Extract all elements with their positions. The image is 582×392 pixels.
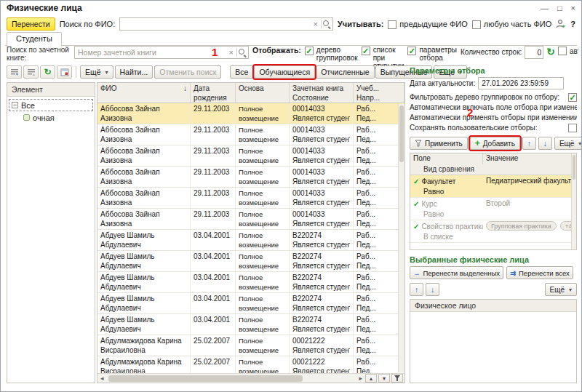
check-icon[interactable]: ✓ xyxy=(413,221,419,232)
mark-all-icon[interactable] xyxy=(7,65,22,79)
close-icon[interactable]: × xyxy=(571,4,575,12)
save-user-filters-checkbox[interactable] xyxy=(568,124,577,132)
scrollbar-thumb[interactable] xyxy=(399,105,404,162)
filter-chip[interactable]: Групповая практика xyxy=(486,221,557,231)
gradebook-search-field: × xyxy=(74,46,249,59)
auto-enable-label: Автоматически включать поле отбора при и… xyxy=(410,103,577,111)
clear-icon[interactable]: × xyxy=(227,48,236,57)
filter-all-button[interactable]: Все xyxy=(230,65,253,79)
table-row[interactable]: Аббосова Зайнап Азизовна 29.11.2003 Полн… xyxy=(97,145,404,167)
search-icon[interactable] xyxy=(322,20,331,28)
column-header-birthdate[interactable]: Дата рождения xyxy=(191,83,236,103)
table-row[interactable]: Аббосова Зайнап Азизовна 29.11.2003 Полн… xyxy=(97,124,404,145)
move-up-button[interactable]: ↑ xyxy=(522,137,536,150)
gradebook-search-input[interactable] xyxy=(78,48,227,57)
table-row[interactable]: Аббосова Зайнап Азизовна 29.11.2003 Полн… xyxy=(97,103,404,124)
column-header-gradebook[interactable]: Зачетная книга Состояние xyxy=(290,83,354,103)
set-period-icon[interactable] xyxy=(57,65,72,79)
table-row[interactable]: Абдуев Шамиль Абдулаевич 03.04.2001 Полн… xyxy=(97,272,404,293)
column-header-study[interactable]: Учеб... Напр... xyxy=(354,83,404,103)
check-icon[interactable]: ✓ xyxy=(413,176,419,187)
scroll-up-button[interactable]: ▴ xyxy=(365,374,377,383)
transfer-button[interactable]: Перенести xyxy=(7,17,55,31)
scrollbar-thumb[interactable] xyxy=(108,375,303,382)
transfer-selected-button[interactable]: → Перенести выделенных xyxy=(410,266,503,279)
filter-row-faculty[interactable]: ✓ Факультет Педиатрический факультет Рав… xyxy=(410,175,576,198)
unmark-all-icon[interactable] xyxy=(23,65,39,79)
vertical-scrollbar[interactable] xyxy=(398,104,404,372)
selected-persons-empty-body[interactable] xyxy=(410,312,576,383)
table-row[interactable]: Абдулмажидова Карина Висраиловна 25.02.2… xyxy=(97,335,404,356)
scrollbar-track[interactable] xyxy=(107,375,356,382)
filter-studying-button[interactable]: Обучающиеся xyxy=(254,65,315,79)
table-row[interactable]: Абдуев Шамиль Абдулаевич 03.04.2001 Полн… xyxy=(97,314,404,335)
cancel-search-button[interactable]: Отменить поиск xyxy=(154,65,221,79)
filter-more-button[interactable]: Ещё▾ xyxy=(554,137,582,150)
selected-more-button[interactable]: Ещё▾ xyxy=(545,283,577,296)
check-icon[interactable]: ✓ xyxy=(413,199,419,209)
actuality-input[interactable] xyxy=(482,79,562,87)
any-part-fio-checkbox[interactable]: любую часть ФИО xyxy=(472,20,552,29)
column-header-basis[interactable]: Основа xyxy=(236,83,290,103)
column-header-fio[interactable]: ФИО ↓ xyxy=(97,83,191,103)
scroll-down-button[interactable]: ▾ xyxy=(378,374,390,383)
table-row[interactable]: Абдуев Шамиль Абдулаевич 03.04.2001 Полн… xyxy=(97,230,404,251)
scrollbar-thumb[interactable] xyxy=(573,155,575,180)
table-row[interactable]: Абдуев Шамиль Абдулаевич 03.04.2001 Полн… xyxy=(97,293,404,314)
apply-button[interactable]: Применить xyxy=(410,137,468,150)
maximize-icon[interactable]: □ xyxy=(557,4,562,12)
table-row[interactable]: Абдулмажидова Карина Висраиловна 25.02.2… xyxy=(97,356,404,373)
filter-tree-checkbox[interactable] xyxy=(568,93,577,102)
checkbox-box[interactable] xyxy=(305,47,314,55)
clear-icon[interactable]: × xyxy=(311,20,320,28)
fio-search-input[interactable] xyxy=(123,20,311,28)
actuality-field xyxy=(478,77,564,89)
table-row[interactable]: Абдуев Шамиль Абдулаевич 03.04.2001 Полн… xyxy=(97,251,404,272)
column-header-value[interactable]: Значение xyxy=(483,153,576,164)
filter-row-practice[interactable]: ✓ Свойство практика Групповая практика +… xyxy=(410,220,576,243)
checkbox-box[interactable] xyxy=(407,47,416,55)
show-filter-params-checkbox[interactable]: параметры отбора xyxy=(407,46,457,62)
table-row[interactable]: Аббосова Зайнап Азизовна 29.11.2003 Полн… xyxy=(97,167,404,188)
checkbox-box[interactable] xyxy=(558,47,567,55)
search-icon[interactable] xyxy=(238,48,247,57)
column-header-person[interactable]: Физическое лицо xyxy=(410,300,576,312)
find-button[interactable]: Найти... xyxy=(115,65,154,79)
table-row[interactable]: Аббосова Зайнап Азизовна 29.11.2003 Полн… xyxy=(97,209,404,230)
move-down-button[interactable]: ↓ xyxy=(426,283,439,296)
checkbox-box[interactable] xyxy=(362,47,370,55)
filter-expelled-button[interactable]: Отчисленные xyxy=(316,65,375,79)
horizontal-scrollbar[interactable]: ◂ ▸ ▴ ▾ xyxy=(97,373,404,383)
move-down-button[interactable]: ↓ xyxy=(538,137,552,150)
user-icon[interactable] xyxy=(556,19,566,29)
scroll-left-icon[interactable]: ◂ xyxy=(99,375,105,382)
rows-count-input[interactable] xyxy=(528,48,541,57)
tree-node-ochnaya[interactable]: очная xyxy=(9,111,93,124)
tree-body: − Все очная xyxy=(7,97,95,383)
actuality-label: Дата актуальности: xyxy=(410,79,475,87)
list-filter-button[interactable] xyxy=(391,374,403,383)
filter-grid-scrollbar[interactable] xyxy=(571,153,576,249)
previous-fio-checkbox[interactable]: предыдущие ФИО xyxy=(388,20,467,29)
students-table: ФИО ↓ Дата рождения Основа Зачетная книг… xyxy=(97,82,405,383)
arrow-right-icon: → xyxy=(413,269,420,277)
move-up-button[interactable]: ↑ xyxy=(410,283,423,296)
minimize-icon[interactable]: — xyxy=(541,4,549,12)
tree-node-all[interactable]: − Все xyxy=(9,99,93,111)
transfer-all-button[interactable]: ⇉ Перенести всех xyxy=(506,266,573,279)
checkbox-box[interactable] xyxy=(388,20,396,29)
show-tree-checkbox[interactable]: дерево группировок xyxy=(305,46,358,62)
help-icon[interactable]: ? xyxy=(570,20,575,28)
column-header-field[interactable]: Поле xyxy=(410,153,483,164)
checkbox-box[interactable] xyxy=(472,20,481,29)
table-row[interactable]: Аббосова Зайнап Азизовна 29.11.2003 Полн… xyxy=(97,188,404,209)
tab-students[interactable]: Студенты xyxy=(7,32,62,47)
scroll-right-icon[interactable]: ▸ xyxy=(357,375,364,382)
add-filter-button[interactable]: + Добавить xyxy=(470,137,520,150)
refresh-list-icon[interactable]: ↻ xyxy=(40,65,55,79)
refresh-icon[interactable]: ↻ xyxy=(546,46,555,57)
collapse-icon[interactable]: − xyxy=(12,102,18,108)
toolbar-more-button[interactable]: Ещё▾ xyxy=(80,65,113,79)
autorefresh-checkbox[interactable]: автообновление xyxy=(558,46,578,57)
filter-row-course[interactable]: ✓ Курс Второй Равно xyxy=(410,198,576,220)
